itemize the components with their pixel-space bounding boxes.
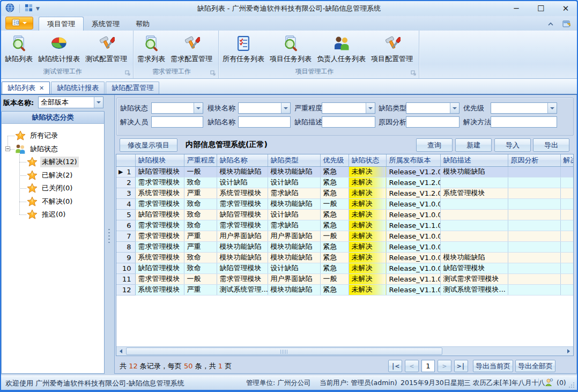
filter-input[interactable] [238,116,291,128]
dropdown-arrow-icon[interactable] [366,103,375,113]
application-menu-button[interactable] [5,17,33,29]
ribbon-help-icon[interactable] [562,19,572,28]
dialog-launcher-icon[interactable] [210,70,216,76]
grid-row-2[interactable]: 2需求管理模块致命设计缺陷设计缺陷紧急未解决Release_V1.2.0 [116,177,574,188]
export-all-pages-button[interactable]: 导出全部页 [515,360,555,372]
grid-row-11[interactable]: 11需求管理模块一般需求管理模块用户界面缺陷一般未解决Release_V1.1.… [116,273,574,284]
tree-item-label: 推迟(0) [40,209,67,220]
ribbon-button[interactable]: 需求配置管理 [168,33,215,65]
maximize-button[interactable]: ☐ [534,3,548,14]
grid-column-header[interactable]: 原因分析 [508,154,560,166]
grid-cell: 设计缺陷 [268,177,320,188]
grid-column-header[interactable]: 缺陷描述 [440,154,508,166]
dropdown-arrow-icon[interactable] [281,103,290,113]
grid-row-10[interactable]: 10缺陷管理模块致命缺陷管理模块设计缺陷紧急未解决Release_V1.0.0缺… [116,263,574,273]
horizontal-scrollbar[interactable] [116,346,573,356]
version-dropdown-button[interactable] [94,97,103,108]
ribbon-button[interactable]: 项目配置管理 [368,33,416,65]
grid-column-header[interactable]: 解决方法 [560,154,574,166]
dialog-launcher-icon[interactable] [411,70,417,76]
minimize-button[interactable]: ─ [509,3,523,14]
grid-row-9[interactable]: 9系统管理模块致命模块功能缺陷模块功能缺陷紧急未解决Release_V1.0.0… [116,252,574,263]
tree-connector-line [10,149,14,150]
prev-page-button[interactable]: < [405,360,419,372]
scrollbar-thumb[interactable] [126,347,442,355]
next-page-button[interactable]: > [438,360,451,372]
tree-item-5[interactable]: 已关闭(0) [26,182,74,195]
dropdown-arrow-icon[interactable] [450,103,459,113]
grid-column-header[interactable]: 所属发布版本 [386,154,440,166]
export-button[interactable]: 导出 [533,138,569,152]
filter-input[interactable] [406,116,460,128]
grid-row-3[interactable]: 3系统管理模块严重系统管理模块需求缺陷紧急未解决Release_V1.2.0系统… [116,188,574,198]
last-page-button[interactable]: >| [454,360,468,372]
grid-row-4[interactable]: 4需求管理模块致命需求管理模块模块功能缺陷一般未解决Release_V1.0.0 [116,198,574,209]
dropdown-arrow-icon[interactable] [194,103,203,113]
ribbon-tab-1[interactable]: 项目管理 [39,17,84,31]
close-button[interactable]: ✕ [559,3,573,14]
grid-cell: 需求管理模块 [135,241,184,252]
tree-item-7[interactable]: 推迟(0) [26,208,67,221]
grid-cell: 设计缺陷 [268,263,320,273]
filter-dropdown[interactable] [238,102,291,114]
new-button[interactable]: 新建 [455,138,492,152]
grid-column-header[interactable]: 缺陷状态 [349,154,386,166]
scroll-left-icon[interactable] [116,347,125,356]
filter-dropdown[interactable] [491,102,557,114]
window-title: 缺陷列表 - 广州爱奇迪软件科技有限公司-缺陷信息管理系统 [1,4,577,13]
ribbon-button[interactable]: 测试配置管理 [83,33,130,65]
export-current-page-button[interactable]: 导出当前页 [473,360,513,372]
tree-item-1[interactable]: 所有记录 [14,129,60,142]
tree-item-3[interactable]: 未解决(12) [26,156,79,168]
grid-column-header[interactable]: 缺陷类型 [268,154,320,166]
page-number-input[interactable]: 1 [421,360,435,372]
document-tab-3[interactable]: 缺陷配置管理 [106,82,159,94]
tree-item-4[interactable]: 已解决(2) [26,169,74,182]
document-tab-2[interactable]: 缺陷统计报表 [51,82,105,94]
filter-dropdown[interactable] [151,102,203,114]
ribbon-button[interactable]: 项目任务列表 [267,33,314,65]
ribbon-button[interactable]: 缺陷统计报表 [35,33,83,65]
collapse-ribbon-icon[interactable] [546,19,555,28]
messages-icon[interactable] [545,378,553,388]
close-tab-icon[interactable]: ✕ [39,85,44,92]
splitter[interactable] [105,95,114,374]
ribbon-button[interactable]: 所有任务列表 [220,33,267,65]
resize-grip[interactable] [568,382,575,388]
grid-row-6[interactable]: 6需求管理模块致命需求管理模块需求缺陷紧急未解决Release_V1.1.0 [116,220,574,231]
filter-dropdown[interactable] [406,102,460,114]
modify-display-items-button[interactable]: 修改显示项目 [120,138,177,152]
filter-input[interactable] [151,116,203,128]
dialog-launcher-icon[interactable] [125,70,131,76]
dropdown-arrow-icon[interactable] [547,103,557,113]
ribbon-tab-2[interactable]: 系统管理 [84,18,128,31]
version-combobox[interactable]: 全部版本 [38,97,103,108]
filter-input[interactable] [491,116,557,128]
filter-dropdown[interactable] [322,102,375,114]
query-button[interactable]: 查询 [416,138,453,152]
grid-row-7[interactable]: 7需求管理模块严重用户界面缺陷用户界面缺陷一般未解决Release_V1.0.0 [116,231,574,241]
tree-item-6[interactable]: 不解决(0) [26,195,74,208]
grid-row-1[interactable]: 1▶缺陷管理模块一般模块功能缺陷模块功能缺陷紧急未解决Release_V1.2.… [116,166,574,177]
filter-input[interactable] [322,116,375,128]
first-page-button[interactable]: |< [388,360,402,372]
grid-column-header[interactable]: 优先级 [320,154,349,166]
grid-cell: Release_V1.1.0 [386,284,440,295]
ribbon-tab-3[interactable]: 帮助 [128,18,158,31]
grid-row-8[interactable]: 8需求管理模块严重模块功能缺陷模块功能缺陷紧急未解决Release_V1.0.0 [116,241,574,252]
grid-cell: 模块功能缺陷 [440,166,508,177]
grid-row-5[interactable]: 5缺陷管理模块致命缺陷管理模块设计缺陷紧急未解决Release_V1.0.0 [116,209,574,220]
import-button[interactable]: 导入 [494,138,531,152]
tree-item-2[interactable]: 缺陷状态 [14,143,60,156]
scroll-right-icon[interactable] [564,347,573,356]
grid-row-12[interactable]: 12系统管理模块严重测试系统管理...模块功能缺陷紧急未解决Release_V1… [116,284,574,295]
ribbon-button[interactable]: 缺陷列表 [2,33,35,65]
ribbon-button[interactable]: 需求列表 [135,33,168,65]
ribbon-button[interactable]: 负责人任务列表 [314,33,368,65]
grid-column-header[interactable]: 缺陷名称 [217,154,268,166]
document-tab-1[interactable]: 缺陷列表✕ [2,82,50,94]
tree-collapse-icon[interactable] [5,146,10,151]
grid-column-header[interactable]: 缺陷模块 [135,154,184,166]
grid-cell: 致命 [184,220,217,231]
grid-column-header[interactable]: 严重程度 [184,154,217,166]
